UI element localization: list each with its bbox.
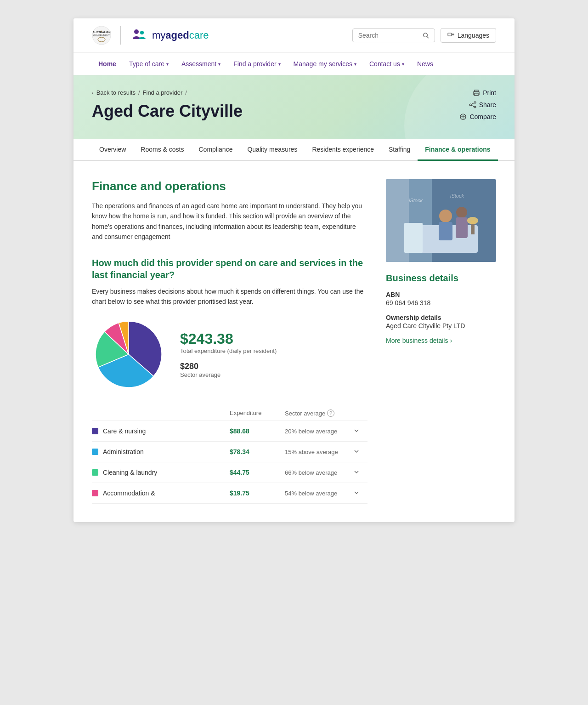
exp-row-accommodation: Accommodation & $19.75 54% below average (92, 483, 368, 504)
search-box[interactable] (352, 28, 435, 42)
svg-point-16 (474, 106, 476, 108)
search-input[interactable] (358, 32, 419, 39)
tab-compliance[interactable]: Compliance (192, 139, 240, 161)
print-icon (473, 89, 480, 97)
exp-row-avg-care-nursing: 20% below average (285, 428, 354, 435)
svg-rect-31 (456, 217, 468, 238)
tab-rooms-costs[interactable]: Rooms & costs (133, 139, 191, 161)
chevron-right-icon: › (450, 337, 452, 344)
total-amount: $243.38 (180, 330, 368, 347)
expenditure-rows-container: Care & nursing $88.68 20% below average … (92, 421, 368, 504)
svg-point-17 (469, 104, 471, 106)
exp-row-val-accommodation: $19.75 (230, 489, 285, 497)
exp-row-name-accommodation: Accommodation & (92, 489, 230, 497)
svg-rect-27 (404, 223, 423, 253)
nav-item-home[interactable]: Home (92, 53, 123, 75)
breadcrumb-find-a-provider[interactable]: Find a provider (143, 89, 183, 96)
exp-col-name-header (92, 409, 230, 417)
chart-stats: $243.38 Total expenditure (daily per res… (180, 330, 368, 378)
content-left: Finance and operations The operations an… (92, 179, 368, 504)
exp-row-toggle-accommodation[interactable] (354, 490, 368, 497)
nav-item-assessment[interactable]: Assessment ▾ (175, 53, 227, 75)
svg-point-4 (134, 29, 139, 34)
exp-row-avg-accommodation: 54% below average (285, 490, 354, 497)
facility-image-placeholder: iStock iStock (386, 179, 496, 262)
print-button[interactable]: Print (473, 89, 496, 97)
exp-row-toggle-cleaning-laundry[interactable] (354, 469, 368, 476)
myagedcare-logo: myagedcare (130, 26, 209, 45)
abn-group: ABN 69 064 946 318 (386, 291, 496, 307)
site-header: AUSTRALIAN GOVERNMENT myagedcare (74, 18, 514, 53)
tab-quality-measures[interactable]: Quality measures (240, 139, 305, 161)
ownership-label: Ownership details (386, 314, 496, 321)
exp-row-avg-administration: 15% above average (285, 449, 354, 455)
svg-point-28 (439, 210, 452, 222)
gov-logo: AUSTRALIAN GOVERNMENT (92, 26, 111, 45)
svg-rect-29 (439, 222, 452, 240)
exp-row-toggle-administration[interactable] (354, 449, 368, 455)
chevron-left-icon: ‹ (92, 90, 94, 96)
svg-line-18 (471, 103, 474, 104)
exp-row-cleaning-laundry: Cleaning & laundry $44.75 66% below aver… (92, 462, 368, 483)
chevron-down-icon: ▾ (278, 62, 281, 67)
exp-row-avg-cleaning-laundry: 66% below average (285, 469, 354, 476)
svg-point-15 (474, 102, 476, 103)
exp-row-name-care-nursing: Care & nursing (92, 427, 230, 435)
exp-col-toggle-header (354, 409, 368, 417)
brand-name: myagedcare (152, 29, 209, 41)
exp-row-toggle-care-nursing[interactable] (354, 428, 368, 435)
svg-point-30 (456, 207, 467, 218)
exp-row-administration: Administration $78.34 15% above average (92, 442, 368, 462)
header-right: Languages (352, 28, 496, 43)
page-title: Aged Care Cityville (92, 102, 496, 121)
svg-text:iStock: iStock (450, 193, 464, 199)
nav-item-find-a-provider[interactable]: Find a provider ▾ (227, 53, 287, 75)
share-button[interactable]: Share (469, 101, 496, 108)
exp-row-val-administration: $78.34 (230, 448, 285, 455)
logo-divider (120, 26, 121, 45)
more-business-details-link[interactable]: More business details › (386, 337, 496, 344)
languages-label: Languages (458, 32, 489, 39)
svg-point-5 (140, 31, 144, 34)
chevron-down-icon: ▾ (218, 62, 220, 67)
ownership-value: Aged Care Cityville Pty LTD (386, 322, 496, 330)
nav-item-type-of-care[interactable]: Type of care ▾ (123, 53, 175, 75)
tabs-bar: Overview Rooms & costs Compliance Qualit… (74, 139, 514, 161)
facility-image: iStock iStock (386, 179, 496, 262)
tab-residents-experience[interactable]: Residents experience (305, 139, 381, 161)
chevron-down-icon: ▾ (402, 62, 404, 67)
nav-item-contact-us[interactable]: Contact us ▾ (363, 53, 411, 75)
expenditure-table: Expenditure Sector average ? Care & nurs… (92, 406, 368, 504)
sector-avg-help-icon[interactable]: ? (327, 409, 334, 417)
main-navigation: Home Type of care ▾ Assessment ▾ Find a … (74, 53, 514, 75)
nav-item-news[interactable]: News (411, 53, 440, 75)
languages-button[interactable]: Languages (441, 28, 496, 43)
tab-overview[interactable]: Overview (92, 139, 133, 161)
svg-rect-8 (448, 33, 452, 36)
ownership-group: Ownership details Aged Care Cityville Pt… (386, 314, 496, 330)
color-dot-cleaning-laundry (92, 469, 98, 476)
compare-icon (459, 113, 467, 120)
color-dot-care-nursing (92, 428, 98, 434)
business-details-title: Business details (386, 273, 496, 284)
tab-finance-operations[interactable]: Finance & operations (418, 139, 498, 161)
facility-image-svg: iStock iStock (386, 179, 496, 262)
abn-label: ABN (386, 291, 496, 298)
chevron-down-icon: ▾ (354, 62, 356, 67)
exp-col-expenditure-header: Expenditure (230, 409, 285, 417)
finance-section-title: Finance and operations (92, 179, 368, 193)
mac-people-icon (130, 26, 148, 45)
gov-crest-icon: AUSTRALIAN GOVERNMENT (92, 26, 111, 45)
compare-button[interactable]: Compare (459, 113, 496, 120)
tab-staffing[interactable]: Staffing (381, 139, 418, 161)
color-dot-administration (92, 449, 98, 455)
sector-avg-amount: $280 (180, 362, 368, 371)
chevron-down-icon (354, 490, 359, 495)
nav-item-manage-my-services[interactable]: Manage my services ▾ (287, 53, 363, 75)
pie-chart (92, 318, 165, 391)
search-icon[interactable] (423, 32, 429, 39)
svg-line-19 (471, 105, 474, 107)
hero-actions: Print Share Compare (459, 89, 496, 120)
exp-col-sector-avg-header: Sector average ? (285, 409, 354, 417)
breadcrumb-back-to-results[interactable]: Back to results (96, 89, 136, 96)
